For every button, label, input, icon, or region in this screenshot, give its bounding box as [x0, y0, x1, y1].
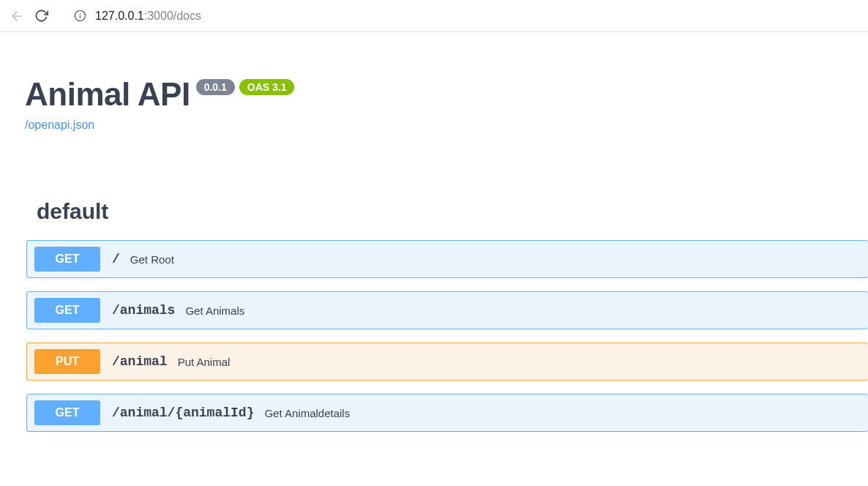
operation-path: /animals: [112, 303, 175, 318]
operation-row[interactable]: GET/animal/{animalId}Get Animaldetails: [26, 394, 868, 432]
method-badge: PUT: [34, 349, 100, 374]
url-text: 127.0.0.1:3000/docs: [95, 10, 201, 23]
api-title: Animal API: [25, 76, 190, 113]
operation-path: /animal/{animalId}: [112, 405, 254, 420]
operation-summary: Put Animal: [178, 356, 231, 368]
title-row: Animal API 0.0.1 OAS 3.1: [25, 76, 868, 113]
badges: 0.0.1 OAS 3.1: [196, 79, 295, 95]
operation-path: /animal: [112, 354, 168, 369]
browser-toolbar: 127.0.0.1:3000/docs: [0, 0, 868, 32]
page-content: Animal API 0.0.1 OAS 3.1 /openapi.json d…: [0, 32, 868, 432]
oas-badge: OAS 3.1: [239, 79, 295, 95]
method-badge: GET: [34, 247, 100, 272]
version-badge: 0.0.1: [196, 79, 235, 95]
url-path: :3000/docs: [144, 10, 201, 22]
operation-summary: Get Animals: [185, 304, 244, 317]
openapi-link[interactable]: /openapi.json: [25, 119, 94, 132]
operation-summary: Get Animaldetails: [264, 407, 350, 419]
operation-summary: Get Root: [130, 253, 174, 266]
reload-button[interactable]: [34, 9, 48, 23]
section-title[interactable]: default: [25, 199, 868, 224]
operation-path: /: [112, 252, 120, 266]
method-badge: GET: [34, 400, 100, 425]
method-badge: GET: [34, 298, 100, 323]
operation-row[interactable]: PUT/animalPut Animal: [26, 343, 868, 381]
operation-row[interactable]: GET/animalsGet Animals: [26, 291, 868, 329]
back-button[interactable]: [9, 8, 25, 24]
info-icon: [73, 10, 86, 23]
operation-row[interactable]: GET/Get Root: [26, 240, 868, 278]
operations-list: GET/Get RootGET/animalsGet AnimalsPUT/an…: [25, 240, 868, 432]
url-bar[interactable]: 127.0.0.1:3000/docs: [63, 4, 859, 29]
url-host: 127.0.0.1: [95, 10, 144, 22]
